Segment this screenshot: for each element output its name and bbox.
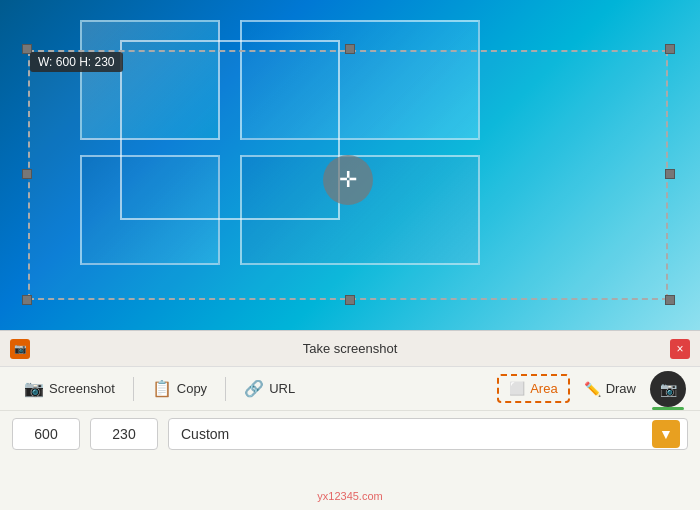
screenshot-button[interactable]: 📷 Screenshot [14, 374, 125, 403]
copy-icon: 📋 [152, 379, 172, 398]
copy-label: Copy [177, 381, 207, 396]
height-input[interactable] [90, 418, 158, 450]
move-cursor-icon: ✛ [323, 155, 373, 205]
title-bar: 📷 Take screenshot × [0, 331, 700, 367]
screenshot-panel: 📷 Take screenshot × 📷 Screenshot 📋 Copy … [0, 330, 700, 510]
screenshot-label: Screenshot [49, 381, 115, 396]
handle-bottom-right[interactable] [665, 295, 675, 305]
handle-top-right[interactable] [665, 44, 675, 54]
url-label: URL [269, 381, 295, 396]
capture-camera-icon: 📷 [660, 381, 677, 397]
camera-icon: 📷 [24, 379, 44, 398]
area-label: Area [530, 381, 557, 396]
preset-select[interactable]: Custom Full Screen 800×600 1024×768 1280… [168, 418, 688, 450]
handle-bottom-middle[interactable] [345, 295, 355, 305]
url-button[interactable]: 🔗 URL [234, 374, 305, 403]
window-title: Take screenshot [30, 341, 670, 356]
toolbar-separator-2 [225, 377, 226, 401]
handle-top-middle[interactable] [345, 44, 355, 54]
area-icon: ⬜ [509, 381, 525, 396]
toolbar-right-group: ⬜ Area ✏️ Draw 📷 [497, 371, 686, 407]
draw-button[interactable]: ✏️ Draw [574, 376, 646, 402]
handle-middle-left[interactable] [22, 169, 32, 179]
handle-bottom-left[interactable] [22, 295, 32, 305]
area-button[interactable]: ⬜ Area [497, 374, 569, 403]
width-input[interactable] [12, 418, 80, 450]
close-button[interactable]: × [670, 339, 690, 359]
copy-button[interactable]: 📋 Copy [142, 374, 217, 403]
preset-select-wrapper: Custom Full Screen 800×600 1024×768 1280… [168, 418, 688, 450]
toolbar-separator-1 [133, 377, 134, 401]
app-icon: 📷 [10, 339, 30, 359]
capture-button[interactable]: 📷 [650, 371, 686, 407]
dimension-label: W: 600 H: 230 [30, 52, 123, 72]
watermark-text: yx12345.com [317, 490, 382, 502]
toolbar: 📷 Screenshot 📋 Copy 🔗 URL ⬜ Area ✏️ Draw… [0, 367, 700, 411]
size-row: Custom Full Screen 800×600 1024×768 1280… [0, 411, 700, 457]
draw-icon: ✏️ [584, 381, 601, 397]
handle-middle-right[interactable] [665, 169, 675, 179]
link-icon: 🔗 [244, 379, 264, 398]
draw-label: Draw [606, 381, 636, 396]
camera-small-icon: 📷 [14, 343, 26, 354]
